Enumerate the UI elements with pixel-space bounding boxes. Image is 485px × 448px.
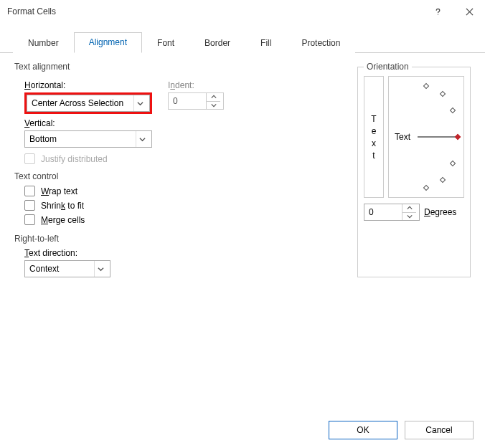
degrees-spinner[interactable] — [364, 204, 420, 221]
tab-font[interactable]: Font — [142, 33, 189, 53]
indent-value — [169, 96, 206, 106]
vertical-text-button[interactable]: Text — [364, 76, 384, 198]
wrap-text-checkbox[interactable] — [24, 186, 35, 196]
dial-line — [418, 137, 456, 138]
chevron-down-icon — [94, 261, 107, 277]
indent-spinner — [168, 92, 224, 110]
degrees-label: Degrees — [424, 207, 456, 217]
spin-down-icon — [207, 102, 220, 110]
close-button[interactable] — [453, 0, 485, 23]
wrap-text-label: Wrap text — [41, 186, 77, 196]
chevron-down-icon — [133, 95, 146, 111]
text-direction-label: Text direction: — [24, 248, 347, 258]
indent-label: Indent: — [168, 80, 224, 90]
horizontal-highlight: Center Across Selection — [24, 92, 152, 114]
tab-alignment[interactable]: Alignment — [74, 32, 142, 53]
text-direction-select[interactable]: Context — [24, 260, 110, 277]
horizontal-select[interactable]: Center Across Selection — [27, 95, 150, 112]
spin-down-icon[interactable] — [402, 213, 416, 221]
help-button[interactable] — [422, 0, 453, 23]
text-control-heading: Text control — [14, 171, 347, 181]
vertical-select[interactable]: Bottom — [24, 130, 152, 148]
window-title: Format Cells — [7, 6, 422, 16]
orientation-group: Orientation Text Text — [357, 62, 471, 277]
cancel-button[interactable]: Cancel — [405, 421, 474, 439]
spin-up-icon[interactable] — [402, 204, 416, 213]
tab-fill[interactable]: Fill — [245, 33, 286, 53]
rtl-heading: Right-to-left — [14, 234, 347, 244]
spin-up-icon — [207, 93, 220, 102]
shrink-to-fit-label: Shrink to fit — [41, 201, 84, 211]
horizontal-value: Center Across Selection — [32, 98, 123, 108]
tab-protection[interactable]: Protection — [286, 33, 355, 53]
vertical-value: Bottom — [29, 134, 57, 144]
tab-number[interactable]: Number — [13, 33, 74, 53]
orientation-legend: Orientation — [364, 62, 412, 72]
orientation-dial[interactable]: Text — [388, 76, 464, 198]
tab-bar: Number Alignment Font Border Fill Protec… — [0, 23, 485, 53]
vertical-label: Vertical: — [24, 118, 152, 128]
dial-text-label: Text — [395, 132, 410, 142]
justify-distributed-checkbox — [24, 153, 35, 164]
shrink-to-fit-checkbox[interactable] — [24, 200, 35, 211]
text-direction-value: Context — [29, 264, 59, 274]
svg-point-0 — [437, 14, 438, 14]
chevron-down-icon — [136, 131, 149, 147]
justify-distributed-label: Justify distributed — [41, 154, 108, 164]
merge-cells-label: Merge cells — [41, 215, 85, 225]
horizontal-label: Horizontal: — [24, 80, 152, 90]
merge-cells-checkbox[interactable] — [24, 214, 35, 225]
degrees-value[interactable] — [364, 207, 402, 217]
text-alignment-heading: Text alignment — [14, 62, 347, 72]
tab-border[interactable]: Border — [189, 33, 245, 53]
titlebar: Format Cells — [0, 0, 485, 23]
ok-button[interactable]: OK — [329, 421, 397, 439]
